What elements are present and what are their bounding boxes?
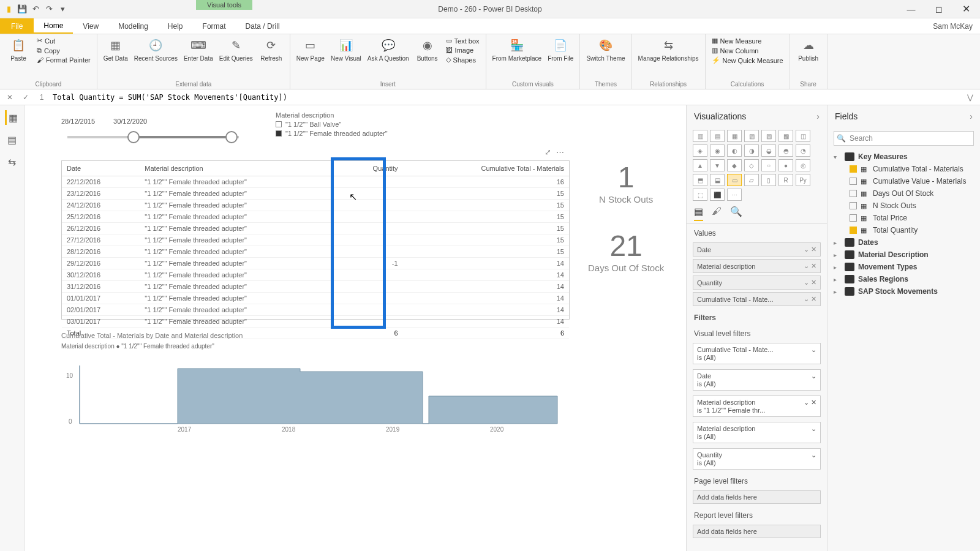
col-date[interactable]: Date — [62, 161, 140, 176]
commit-formula-icon[interactable]: ✓ — [20, 93, 32, 102]
fields-tab-icon[interactable]: ▤ — [694, 206, 703, 221]
table-row[interactable]: 01/01/2017"1 1/2"" Female threaded adupt… — [62, 293, 569, 304]
filter-material-1[interactable]: Material description⌄ ✕is "1 1/2"" Femal… — [693, 395, 821, 417]
col-cumulative[interactable]: Cumulative Total - Materials — [403, 161, 569, 176]
field-item[interactable]: ▦Cumulative Value - Materials — [832, 175, 975, 187]
table-row[interactable]: 26/12/2016"1 1/2"" Female threaded adupt… — [62, 223, 569, 234]
user-name[interactable]: Sam McKay — [933, 22, 973, 31]
qat-more-icon[interactable]: ▾ — [58, 4, 67, 14]
data-view-icon[interactable]: ▤ — [5, 132, 20, 147]
table-row[interactable]: 30/12/2016"1 1/2"" Female threaded adupt… — [62, 269, 569, 281]
copy-button[interactable]: ⧉ Copy — [37, 47, 91, 54]
viz-gallery[interactable]: ▥▤▦▧▨▩◫ ◈◉◐◑◒◓◔ ▲▼◆◇○●◎ ⬒⬓▭▱▯RPy ⬚⬛⋯ — [687, 127, 827, 203]
new-measure-button[interactable]: ▦ New Measure — [712, 37, 783, 45]
undo-icon[interactable]: ↶ — [31, 4, 40, 14]
home-tab[interactable]: Home — [34, 18, 73, 34]
new-quick-measure-button[interactable]: ⚡ New Quick Measure — [712, 56, 783, 64]
table-row[interactable]: 23/12/2016"1 1/2"" Female threaded adupt… — [62, 188, 569, 200]
edit-queries-button[interactable]: ✎Edit Queries — [219, 37, 253, 62]
manage-relationships-button[interactable]: ⇆Manage Relationships — [638, 37, 699, 62]
collapse-icon[interactable]: › — [816, 111, 820, 121]
table-row[interactable]: 24/12/2016"1 1/2"" Female threaded adupt… — [62, 200, 569, 211]
publish-button[interactable]: ☁Publish — [796, 37, 821, 62]
buttons-button[interactable]: ◉Buttons — [415, 37, 440, 62]
field-well[interactable]: Cumulative Total - Mate...⌄ ✕ — [693, 292, 821, 306]
format-tab-icon[interactable]: 🖌 — [712, 206, 722, 221]
table-row[interactable]: 27/12/2016"1 1/2"" Female threaded adupt… — [62, 234, 569, 246]
new-page-button[interactable]: ▭New Page — [296, 37, 325, 62]
field-table[interactable]: ▸Movement Types — [832, 261, 975, 273]
field-table[interactable]: ▸Dates — [832, 236, 975, 249]
collapse-fields-icon[interactable]: › — [970, 111, 973, 121]
analytics-tab-icon[interactable]: 🔍 — [730, 206, 742, 221]
cancel-formula-icon[interactable]: ✕ — [4, 93, 16, 102]
field-table[interactable]: ▸Material Description — [832, 249, 975, 261]
page-filter-drop[interactable]: Add data fields here — [693, 490, 821, 504]
field-table[interactable]: ▸Sales Regions — [832, 273, 975, 285]
field-item[interactable]: ▦N Stock Outs — [832, 200, 975, 212]
table-row[interactable]: 22/12/2016"1 1/2"" Female threaded adupt… — [62, 176, 569, 188]
expand-formula-icon[interactable]: ⋁ — [964, 93, 976, 102]
visual-tools-tab[interactable]: Visual tools — [196, 0, 252, 10]
modeling-tab[interactable]: Modeling — [108, 18, 158, 34]
table-row[interactable]: 03/01/2017"1 1/2"" Female threaded adupt… — [62, 316, 569, 328]
close-button[interactable]: ✕ — [952, 0, 980, 18]
refresh-button[interactable]: ⟳Refresh — [259, 37, 284, 62]
save-icon[interactable]: 💾 — [17, 4, 27, 14]
redo-icon[interactable]: ↷ — [44, 4, 54, 14]
table-row[interactable]: 31/12/2016"1 1/2"" Female threaded adupt… — [62, 281, 569, 293]
textbox-button[interactable]: ▭ Text box — [446, 37, 480, 45]
field-item[interactable]: ▦Cumulative Total - Materials — [832, 163, 975, 175]
area-chart-visual[interactable]: Cumulative Total - Materials by Date and… — [61, 332, 570, 433]
image-button[interactable]: 🖼 Image — [446, 47, 480, 54]
slider-handle-right[interactable] — [225, 131, 238, 143]
report-filter-drop[interactable]: Add data fields here — [693, 525, 821, 538]
report-view-icon[interactable]: ▦ — [5, 110, 20, 125]
datadrill-tab[interactable]: Data / Drill — [236, 18, 290, 34]
field-table[interactable]: ▾Key Measures — [832, 151, 975, 163]
slider-handle-left[interactable] — [127, 131, 140, 143]
model-view-icon[interactable]: ⇆ — [5, 154, 20, 169]
new-visual-button[interactable]: 📊New Visual — [331, 37, 361, 62]
new-column-button[interactable]: ▥ New Column — [712, 47, 783, 54]
col-material[interactable]: Material description — [140, 161, 340, 176]
field-well[interactable]: Quantity⌄ ✕ — [693, 276, 821, 290]
enter-data-button[interactable]: ⌨Enter Data — [184, 37, 213, 62]
filter-date[interactable]: Date⌄is (All) — [693, 369, 821, 391]
fields-search[interactable]: 🔍Search — [834, 131, 974, 146]
field-item[interactable]: ▦Days Out Of Stock — [832, 187, 975, 200]
file-tab[interactable]: File — [0, 18, 34, 34]
field-well[interactable]: Date⌄ ✕ — [693, 242, 821, 257]
ask-question-button[interactable]: 💬Ask A Question — [368, 37, 409, 62]
table-row[interactable]: 02/01/2017"1 1/2"" Female threaded adupt… — [62, 304, 569, 316]
filter-quantity[interactable]: Quantity⌄is (All) — [693, 448, 821, 470]
format-tab[interactable]: Format — [193, 18, 236, 34]
switch-theme-button[interactable]: 🎨Switch Theme — [586, 37, 625, 62]
from-marketplace-button[interactable]: 🏪From Marketplace — [492, 37, 542, 62]
recent-sources-button[interactable]: 🕘Recent Sources — [134, 37, 178, 62]
table-row[interactable]: 25/12/2016"1 1/2"" Female threaded adupt… — [62, 211, 569, 223]
field-well[interactable]: Material description⌄ ✕ — [693, 259, 821, 273]
view-tab[interactable]: View — [73, 18, 108, 34]
help-tab[interactable]: Help — [158, 18, 193, 34]
shapes-button[interactable]: ◇ Shapes — [446, 56, 480, 64]
filter-material-2[interactable]: Material description⌄is (All) — [693, 422, 821, 443]
table-row[interactable]: 29/12/2016"1 1/2"" Female threaded adupt… — [62, 258, 569, 269]
report-canvas[interactable]: 28/12/2015 30/12/2020 Material descripti… — [24, 105, 686, 551]
col-quantity[interactable]: Quantity — [341, 161, 403, 176]
cut-button[interactable]: ✂ Cut — [37, 37, 91, 45]
formula-input[interactable] — [51, 92, 960, 103]
get-data-button[interactable]: ▦Get Data — [104, 37, 128, 62]
field-item[interactable]: ▦Total Quantity — [832, 224, 975, 236]
from-file-button[interactable]: 📄From File — [548, 37, 573, 62]
format-painter-button[interactable]: 🖌 Format Painter — [37, 56, 91, 64]
paste-button[interactable]: 📋Paste — [6, 37, 31, 62]
minimize-button[interactable]: — — [897, 0, 925, 18]
table-visual[interactable]: ⤢ ⋯ Date Material description Quantity C… — [61, 160, 570, 320]
date-slicer[interactable]: 28/12/2015 30/12/2020 — [61, 118, 245, 138]
filter-cumulative[interactable]: Cumulative Total - Mate...⌄is (All) — [693, 343, 821, 364]
table-row[interactable]: 28/12/2016"1 1/2"" Female threaded adupt… — [62, 246, 569, 258]
field-table[interactable]: ▸SAP Stock Movements — [832, 285, 975, 298]
field-item[interactable]: ▦Total Price — [832, 212, 975, 224]
visual-options-icon[interactable]: ⤢ ⋯ — [545, 148, 565, 157]
